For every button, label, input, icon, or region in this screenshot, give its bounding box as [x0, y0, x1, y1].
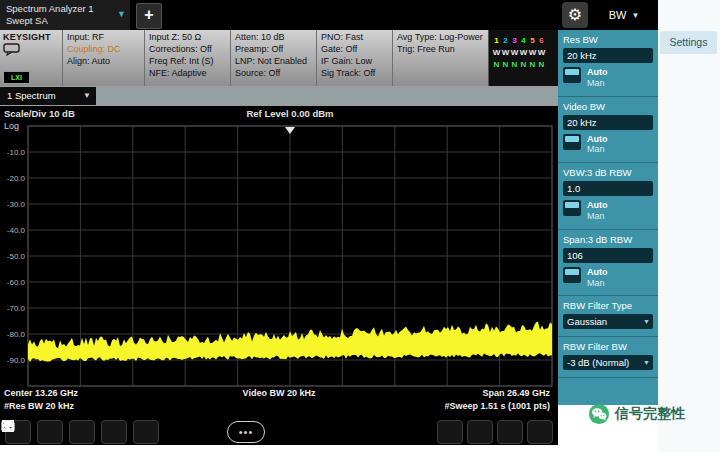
y-tick-label: -60.0 [0, 278, 25, 287]
bw-section-rbw-filter-bw: RBW Filter BW-3 dB (Normal)▼ [558, 337, 658, 378]
auto-man-toggle[interactable]: AutoMan [563, 267, 653, 289]
measurement-tab-subtitle: Swept SA [6, 15, 124, 27]
add-tab-button[interactable]: + [136, 3, 162, 29]
spectrum-display[interactable]: Scale/Div 10 dB Ref Level 0.00 dBm Log -… [0, 106, 558, 445]
sweep-annotation[interactable]: #Sweep 1.51 s (1001 pts) [444, 401, 550, 411]
menu-header-dropdown[interactable]: BW ▼ [590, 0, 658, 30]
spectrum-dropdown[interactable]: 1 Spectrum ▼ [0, 87, 96, 105]
gear-icon[interactable]: ⚙ [562, 2, 588, 28]
bw-section-span-3-db-rbw: Span:3 dB RBW106AutoMan [558, 230, 658, 297]
section-value-field[interactable]: -3 dB (Normal)▼ [563, 355, 653, 370]
header-setting: Coupling: DC [67, 44, 140, 56]
y-tick-label: -10.0 [0, 148, 25, 157]
folder-button[interactable] [101, 420, 127, 444]
scale-per-division[interactable]: Scale/Div 10 dB [4, 108, 75, 119]
y-tick-label: -90.0 [0, 356, 25, 365]
header-setting: Source: Off [235, 68, 312, 80]
header-columns: Input: RFCoupling: DCAlign: AutoInput Z:… [62, 30, 488, 86]
section-label: Res BW [563, 34, 653, 45]
lxi-badge: LXI [3, 71, 30, 84]
toolbar-right-group [437, 420, 553, 444]
trace-table[interactable]: 123456WWWWWWNNNNNN [488, 30, 558, 86]
chevron-down-icon: ▼ [83, 87, 91, 105]
screen: Spectrum Analyzer 1 Swept SA ▼ + ⚙ BW ▼ … [0, 0, 720, 452]
window-grid-button[interactable] [497, 420, 523, 444]
section-label: Video BW [563, 101, 653, 112]
chevron-down-icon: ▼ [643, 314, 650, 329]
bw-section-video-bw: Video BW20 kHzAutoMan [558, 97, 658, 164]
toggle-switch-icon [563, 200, 581, 216]
header-setting: Input Z: 50 Ω [149, 32, 226, 44]
touch-button[interactable] [467, 420, 493, 444]
bw-menu-panel: Res BW20 kHzAutoManVideo BW20 kHzAutoMan… [558, 30, 658, 405]
header-setting: IF Gain: Low [321, 56, 388, 68]
section-label: RBW Filter BW [563, 341, 653, 352]
res-bw-annotation[interactable]: #Res BW 20 kHz [4, 401, 74, 411]
header-column-3[interactable]: Atten: 10 dBPreamp: OffLNP: Not EnabledS… [230, 30, 316, 86]
auto-man-toggle[interactable]: AutoMan [563, 200, 653, 222]
toggle-option-auto: Auto [587, 67, 608, 78]
header-setting: Trig: Free Run [397, 44, 484, 56]
y-tick-label: -50.0 [0, 252, 25, 261]
y-tick-label: -70.0 [0, 304, 25, 313]
header-setting: LNP: Not Enabled [235, 56, 312, 68]
trace-write-row: WWWWWW [492, 44, 555, 56]
auto-man-toggle[interactable]: AutoMan [563, 67, 653, 89]
header-column-1[interactable]: Input: RFCoupling: DCAlign: Auto [62, 30, 144, 86]
header-setting: NFE: Adaptive [149, 68, 226, 80]
top-bar: Spectrum Analyzer 1 Swept SA ▼ + ⚙ BW ▼ [0, 0, 658, 30]
ref-level[interactable]: Ref Level 0.00 dBm [150, 108, 430, 119]
bw-section-rbw-filter-type: RBW Filter TypeGaussian▼ [558, 296, 658, 337]
toggle-option-man: Man [587, 211, 608, 222]
chat-bubble-button[interactable]: ••• [227, 421, 265, 443]
y-tick-label: -20.0 [0, 174, 25, 183]
bw-section-res-bw: Res BW20 kHzAutoMan [558, 30, 658, 97]
header-setting: Corrections: Off [149, 44, 226, 56]
header-setting: Align: Auto [67, 56, 140, 68]
toggle-option-man: Man [587, 78, 608, 89]
toggle-option-auto: Auto [587, 200, 608, 211]
auto-man-toggle[interactable]: AutoMan [563, 134, 653, 156]
spectrum-dropdown-label: 1 Spectrum [7, 90, 56, 101]
fullscreen-button[interactable] [527, 420, 553, 444]
trace-normal-row: NNNNNN [492, 56, 555, 68]
header-setting: PNO: Fast [321, 32, 388, 44]
span-annotation[interactable]: Span 26.49 GHz [482, 388, 550, 398]
tab-settings[interactable]: Settings [660, 31, 717, 54]
toggle-switch-icon [563, 67, 581, 83]
section-label: RBW Filter Type [563, 300, 653, 311]
redo-button[interactable] [69, 420, 95, 444]
header-column-2[interactable]: Input Z: 50 ΩCorrections: OffFreq Ref: I… [144, 30, 230, 86]
header-column-4[interactable]: PNO: FastGate: OffIF Gain: LowSig Track:… [316, 30, 392, 86]
section-value-field[interactable]: 106 [563, 248, 653, 263]
y-tick-label: -80.0 [0, 330, 25, 339]
measurement-tab-title: Spectrum Analyzer 1 [6, 3, 124, 15]
video-bw-annotation[interactable]: Video BW 20 kHz [0, 388, 558, 398]
speech-bubble-icon [3, 43, 21, 56]
header-setting: Freq Ref: Int (S) [149, 56, 226, 68]
trace-selector-strip: 1 Spectrum ▼ [0, 86, 558, 106]
section-value-field[interactable]: 20 kHz [563, 115, 653, 130]
settings-header: KEYSIGHT LXI Input: RFCoupling: DCAlign:… [0, 30, 558, 86]
undo-button[interactable] [37, 420, 63, 444]
y-tick-label: -40.0 [0, 226, 25, 235]
section-value-field[interactable]: 1.0 [563, 181, 653, 196]
ref-level-marker-icon [285, 127, 295, 134]
header-setting: Gate: Off [321, 44, 388, 56]
chevron-down-icon: ▼ [117, 9, 126, 21]
section-value-field[interactable]: Gaussian▼ [563, 314, 653, 329]
header-column-5[interactable]: Avg Type: Log-PowerTrig: Free Run [392, 30, 488, 86]
measurement-tab[interactable]: Spectrum Analyzer 1 Swept SA ▼ [0, 0, 130, 30]
toggle-option-auto: Auto [587, 267, 608, 278]
watermark-text: 信号完整性 [615, 405, 685, 423]
apps-grid-button[interactable] [437, 420, 463, 444]
help-button[interactable]: ? [133, 420, 159, 444]
header-setting: Avg Type: Log-Power [397, 32, 484, 44]
wechat-icon [588, 403, 610, 425]
section-value-field[interactable]: 20 kHz [563, 48, 653, 63]
header-setting: Sig Track: Off [321, 68, 388, 80]
toggle-switch-icon [563, 267, 581, 283]
bottom-toolbar: ?••• [0, 418, 558, 445]
toggle-option-man: Man [587, 278, 608, 289]
trace-numbers-row: 123456 [492, 32, 555, 44]
